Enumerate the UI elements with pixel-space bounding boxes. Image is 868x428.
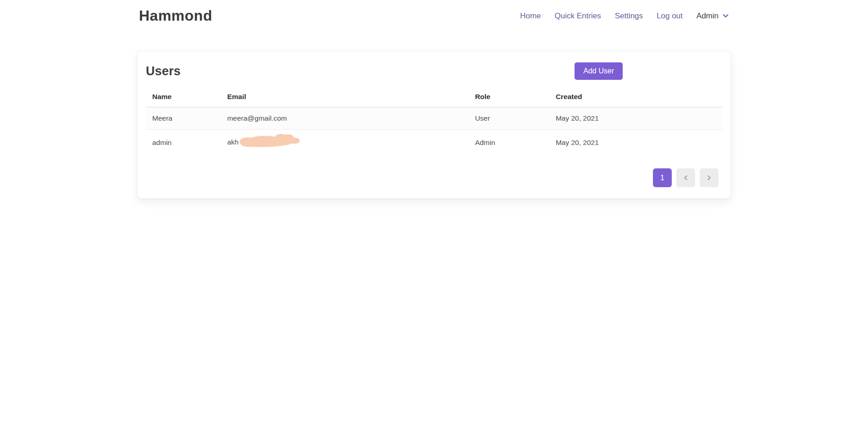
column-header-created: Created [549,89,722,107]
add-user-button[interactable]: Add User [575,62,623,80]
cell-role: Admin [469,130,549,156]
pagination: 1 [146,168,719,187]
users-table: Name Email Role Created Meera meera@gmai… [146,89,722,156]
page-1-button[interactable]: 1 [653,168,672,187]
nav-item-home[interactable]: Home [520,11,541,21]
table-row: Meera meera@gmail.com User May 20, 2021 [146,107,722,130]
prev-page-button[interactable] [676,168,695,187]
cell-email: akh [221,130,469,156]
cell-name: admin [146,130,221,156]
page-title: Users [146,64,181,78]
nav-item-settings[interactable]: Settings [615,11,643,21]
card-header: Users Add User [146,62,722,80]
app-header: Hammond Home Quick Entries Settings Log … [0,0,868,24]
user-menu[interactable]: Admin [697,11,729,21]
chevron-left-icon [683,175,689,181]
cell-created: May 20, 2021 [549,130,722,156]
cell-name: Meera [146,107,221,130]
column-header-role: Role [469,89,549,107]
brand-logo[interactable]: Hammond [139,7,212,24]
column-header-email: Email [221,89,469,107]
nav-item-logout[interactable]: Log out [657,11,683,21]
cell-created: May 20, 2021 [549,107,722,130]
chevron-down-icon [722,12,729,19]
main-nav: Home Quick Entries Settings Log out Admi… [520,11,729,21]
redaction-scribble [237,132,301,150]
cell-role: User [469,107,549,130]
chevron-right-icon [706,175,712,181]
users-card: Users Add User Name Email Role Created M… [137,51,731,199]
cell-email: meera@gmail.com [221,107,469,130]
table-header-row: Name Email Role Created [146,89,722,107]
user-menu-label: Admin [697,11,719,21]
column-header-name: Name [146,89,221,107]
next-page-button[interactable] [700,168,719,187]
nav-item-quick-entries[interactable]: Quick Entries [555,11,601,21]
table-row: admin akh Admin May 20, 2021 [146,130,722,156]
